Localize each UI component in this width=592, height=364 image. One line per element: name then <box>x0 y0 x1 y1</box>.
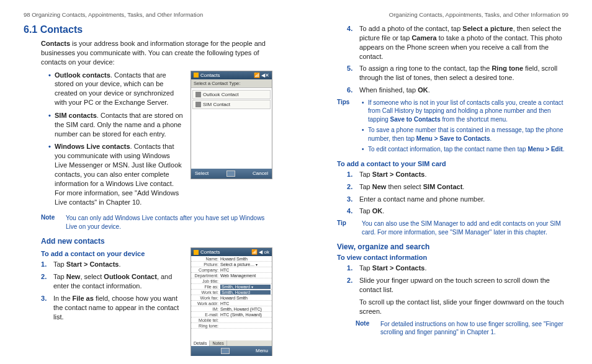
form-value: Smith, Howard <box>220 285 271 289</box>
page-right: Organizing Contacts, Appointments, Tasks… <box>296 0 592 364</box>
tip-label: Tip <box>337 220 356 236</box>
screenshot-contact-form: Contacts 📶 ◀ ok Name:Howard SmithPicture… <box>191 247 272 356</box>
tab-notes: Notes <box>210 340 226 346</box>
procedure-title-add-device: To add a contact on your device <box>41 250 184 257</box>
step: In the File as field, choose how you wan… <box>41 294 184 322</box>
ss1-item-outlook: Outlook Contact <box>192 90 271 99</box>
sim-icon <box>195 102 201 107</box>
ss2-softkeys: Menu <box>191 346 272 356</box>
keyboard-icon <box>226 171 235 177</box>
subheading-add-contacts: Add new contacts <box>41 237 272 246</box>
step: Tap New then select SIM Contact. <box>347 182 568 192</box>
bullet-winlive: Windows Live contacts. Contacts that you… <box>48 142 184 206</box>
step: To assign a ring tone to the contact, ta… <box>347 64 568 82</box>
form-label: Picture: <box>192 262 220 267</box>
step: Tap OK. <box>347 206 568 216</box>
form-row: Department:Web Management <box>191 273 272 278</box>
form-label: Ring tone: <box>192 324 220 328</box>
form-value: Howard Smith <box>220 257 271 261</box>
procedure-title-view-info: To view contact information <box>337 254 568 261</box>
form-label: IM: <box>192 307 220 311</box>
form-value: Smith, Howard <box>220 290 271 295</box>
keyboard-icon <box>221 348 230 354</box>
tip-item: To save a phone number that is contained… <box>362 126 568 143</box>
ss2-tabs: Details Notes <box>191 340 272 346</box>
page-header-left: 98 Organizing Contacts, Appointments, Ta… <box>24 11 272 18</box>
form-label: Name: <box>192 257 220 261</box>
intro-bold: Contacts <box>41 40 70 47</box>
intro-rest: is your address book and information sto… <box>41 40 266 66</box>
form-value: HTC <box>220 268 271 272</box>
note2-label: Note <box>356 320 374 337</box>
form-row: Mobile tel: <box>191 317 272 323</box>
ss1-select-btn: Select <box>195 171 209 177</box>
tip-body: You can also use the SIM Manager to add … <box>362 220 568 236</box>
form-label: E-mail: <box>192 313 220 317</box>
form-row: Company:HTC <box>191 267 272 273</box>
scroll-up-para: To scroll up the contact list, slide you… <box>347 298 568 316</box>
page-header-right: Organizing Contacts, Appointments, Tasks… <box>320 11 568 18</box>
intro-paragraph: Contacts is your address book and inform… <box>24 39 272 67</box>
tips-body: If someone who is not in your list of co… <box>362 99 568 156</box>
bullet-sim: SIM contacts. Contacts that are stored o… <box>48 111 184 139</box>
form-value: Web Management <box>220 273 271 278</box>
person-icon <box>195 92 201 97</box>
form-row: Job title: <box>191 278 272 284</box>
form-value <box>220 324 271 328</box>
form-label: Mobile tel: <box>192 318 220 322</box>
form-row: Work fax:Howard Smith <box>191 295 272 301</box>
ss1-titlebar: Contacts 📶 ◀✕ <box>191 71 272 79</box>
note-label: Note <box>41 214 60 231</box>
form-value: Select a picture… <box>220 262 271 267</box>
step: Enter a contact name and phone number. <box>347 195 568 204</box>
ss2-titlebar: Contacts 📶 ◀ ok <box>191 248 272 256</box>
form-row: Work addr:HTC <box>191 301 272 306</box>
step: To add a photo of the contact, tap Selec… <box>347 24 568 61</box>
form-row: File as:Smith, Howard <box>191 284 272 290</box>
steps-add-device: Tap Start > Contacts. Tap New, select Ou… <box>41 260 184 321</box>
tips-label: Tips <box>337 99 356 156</box>
start-icon <box>194 73 199 78</box>
step: Tap New, select Outlook Contact, and ent… <box>41 272 184 291</box>
form-label: Work tel: <box>192 290 220 295</box>
form-row: E-mail:HTC (Smith, Howard) <box>191 312 272 317</box>
form-value: Howard Smith <box>220 296 271 300</box>
form-row: Ring tone: <box>191 323 272 329</box>
form-label: Work fax: <box>192 296 220 300</box>
form-row: Name:Howard Smith <box>191 256 272 262</box>
signal-icon: 📶 ◀✕ <box>254 73 269 78</box>
tab-details: Details <box>191 340 210 346</box>
note-body: You can only add Windows Live contacts a… <box>66 214 272 231</box>
bullet-outlook: Outlook contacts. Contacts that are stor… <box>48 71 184 107</box>
steps-view-info: Tap Start > Contacts. Slide your finger … <box>347 264 568 295</box>
subheading-view-organize: View, organize and search <box>337 242 568 251</box>
ss2-menu-btn: Menu <box>256 348 268 354</box>
form-value <box>220 279 271 283</box>
page-left: 98 Organizing Contacts, Appointments, Ta… <box>0 0 296 364</box>
ss1-softkeys: Select Cancel <box>191 169 272 179</box>
steps-add-sim: Tap Start > Contacts. Tap New then selec… <box>347 170 568 216</box>
section-title: 6.1 Contacts <box>24 24 272 35</box>
start-icon <box>194 250 199 255</box>
note2-body: For detailed instructions on how to use … <box>380 320 568 337</box>
step: Tap Start > Contacts. <box>347 264 568 273</box>
step: Tap Start > Contacts. <box>347 170 568 179</box>
form-label: Company: <box>192 268 220 272</box>
form-value: HTC <box>220 301 271 306</box>
step: Slide your finger upward on the touch sc… <box>347 276 568 295</box>
ss1-cancel-btn: Cancel <box>253 171 268 177</box>
form-row: Work tel:Smith, Howard <box>191 290 272 295</box>
status-icons: 📶 ◀ ok <box>251 249 269 255</box>
form-value <box>220 318 271 322</box>
form-label: Work addr: <box>192 301 220 306</box>
step: Tap Start > Contacts. <box>41 260 184 269</box>
form-row: Picture:Select a picture… <box>191 262 272 267</box>
steps-add-device-cont: To add a photo of the contact, tap Selec… <box>347 24 568 95</box>
form-row: IM:Smith, Howard (HTC) <box>191 306 272 312</box>
step: When finished, tap OK. <box>347 86 568 95</box>
ss1-subhead: Select a Contact Type: <box>191 79 272 88</box>
form-label: File as: <box>192 285 220 289</box>
ss1-item-sim: SIM Contact <box>192 100 271 109</box>
form-value: Smith, Howard (HTC) <box>220 307 271 311</box>
form-label: Job title: <box>192 279 220 283</box>
